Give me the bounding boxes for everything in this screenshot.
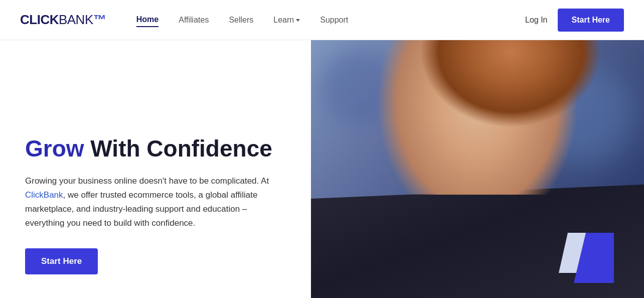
hero-section: Grow With Confidence Growing your busine… — [0, 40, 644, 298]
clickbank-highlight: ClickBank — [25, 190, 63, 200]
hero-left: Grow With Confidence Growing your busine… — [0, 40, 311, 298]
hero-heading: Grow With Confidence — [25, 135, 286, 162]
logo-bank: BANK — [59, 12, 93, 28]
nav-learn-label: Learn — [273, 16, 294, 25]
woman-hair — [311, 40, 644, 156]
navbar-right: Log In Start Here — [525, 9, 624, 32]
hero-heading-rest: With Confidence — [84, 135, 272, 162]
logo-dot: ™ — [93, 12, 106, 28]
nav-home[interactable]: Home — [136, 13, 158, 27]
navbar-left: CLICKBANK™ Home Affiliates Sellers Learn… — [20, 12, 348, 28]
login-button[interactable]: Log In — [525, 16, 547, 25]
hero-body: Growing your business online doesn't hav… — [25, 174, 286, 230]
nav-learn[interactable]: Learn — [273, 16, 300, 25]
start-here-button-nav[interactable]: Start Here — [558, 9, 624, 32]
chevron-down-icon — [296, 19, 300, 22]
logo[interactable]: CLICKBANK™ — [20, 12, 106, 28]
hero-accent-shape — [564, 223, 614, 283]
hero-heading-grow: Grow — [25, 135, 84, 162]
start-here-button-hero[interactable]: Start Here — [25, 248, 98, 274]
nav-support[interactable]: Support — [320, 14, 348, 27]
nav-sellers[interactable]: Sellers — [229, 14, 253, 27]
logo-click: CLICK — [20, 12, 59, 28]
nav-affiliates[interactable]: Affiliates — [179, 14, 209, 27]
navbar: CLICKBANK™ Home Affiliates Sellers Learn… — [0, 0, 644, 40]
nav-links: Home Affiliates Sellers Learn Support — [136, 13, 349, 27]
hero-right — [311, 40, 644, 298]
